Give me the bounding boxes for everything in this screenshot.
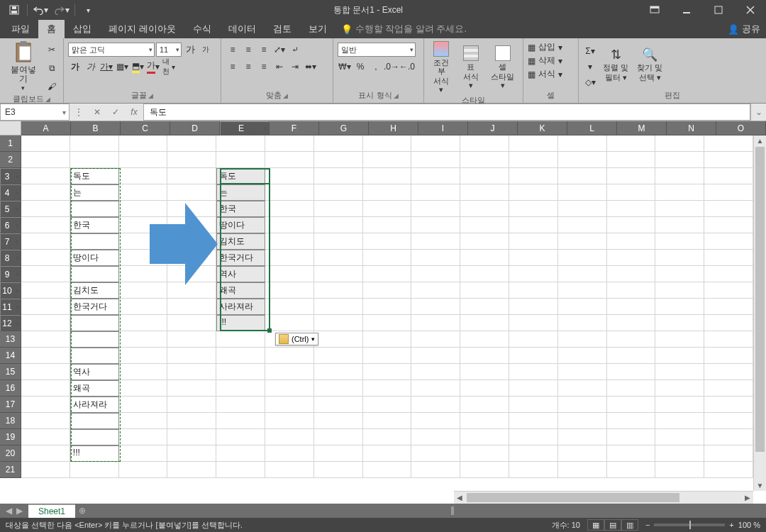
cell[interactable] <box>704 413 753 429</box>
cell[interactable] <box>704 429 753 445</box>
cell[interactable] <box>704 233 753 250</box>
cell[interactable] <box>460 462 509 478</box>
cell[interactable] <box>558 135 607 152</box>
cell[interactable] <box>21 397 70 413</box>
cell[interactable]: 는 <box>216 184 265 201</box>
cell[interactable] <box>704 445 753 462</box>
cell[interactable] <box>21 462 70 478</box>
cell[interactable] <box>655 462 704 478</box>
cell[interactable] <box>460 348 509 364</box>
expand-formula-icon[interactable]: ⌄ <box>750 104 766 121</box>
cell[interactable] <box>607 445 656 462</box>
row-header-10[interactable]: 10 <box>0 282 21 299</box>
cell[interactable] <box>21 315 70 331</box>
cell[interactable] <box>411 413 460 429</box>
cell[interactable] <box>363 429 412 445</box>
cell[interactable] <box>216 462 265 478</box>
row-header-3[interactable]: 3 <box>0 168 21 184</box>
cell[interactable] <box>607 462 656 478</box>
cell[interactable] <box>607 250 656 266</box>
cell[interactable] <box>265 233 314 250</box>
cell[interactable] <box>216 364 265 380</box>
tab-review[interactable]: 검토 <box>265 20 300 38</box>
cell[interactable] <box>21 217 70 233</box>
cell[interactable] <box>558 380 607 397</box>
cell[interactable] <box>21 250 70 266</box>
copy-icon[interactable]: ⧉ <box>45 61 59 75</box>
cell[interactable] <box>655 315 704 331</box>
sheet-nav-next-icon[interactable]: ▶ <box>16 506 23 516</box>
cell[interactable] <box>704 462 753 478</box>
cell[interactable] <box>509 299 558 315</box>
cell[interactable] <box>363 152 412 168</box>
cell[interactable] <box>509 315 558 331</box>
cell[interactable] <box>70 135 119 152</box>
cell[interactable]: 땅이다 <box>216 217 265 233</box>
cell[interactable]: 사라져라 <box>216 299 265 315</box>
vertical-scrollbar[interactable]: ▲▼ <box>753 135 766 491</box>
cell[interactable] <box>558 266 607 282</box>
cell[interactable] <box>411 282 460 299</box>
cell[interactable] <box>167 299 216 315</box>
close-button[interactable] <box>734 0 766 20</box>
cell[interactable] <box>509 168 558 184</box>
cell[interactable] <box>363 397 412 413</box>
cell[interactable] <box>655 413 704 429</box>
cell[interactable] <box>558 462 607 478</box>
cell[interactable] <box>460 299 509 315</box>
cell[interactable] <box>411 250 460 266</box>
namebox-split-icon[interactable]: ⋮ <box>70 107 88 117</box>
cell[interactable] <box>411 201 460 217</box>
cell[interactable] <box>558 413 607 429</box>
cell[interactable] <box>558 315 607 331</box>
cell[interactable] <box>607 429 656 445</box>
cell[interactable] <box>607 184 656 201</box>
col-header-D[interactable]: D <box>170 121 220 135</box>
tab-home[interactable]: 홈 <box>38 20 65 38</box>
col-header-K[interactable]: K <box>518 121 567 135</box>
cell[interactable] <box>655 184 704 201</box>
cell[interactable] <box>655 331 704 348</box>
column-headers[interactable]: ABCDEFGHIJKLMNO <box>21 121 766 135</box>
cell[interactable] <box>655 135 704 152</box>
cell[interactable] <box>314 364 363 380</box>
borders-icon[interactable]: ▦▾ <box>115 60 129 74</box>
cell[interactable] <box>558 445 607 462</box>
row-header-18[interactable]: 18 <box>0 413 21 429</box>
cell[interactable] <box>460 364 509 380</box>
cell[interactable] <box>119 462 168 478</box>
cell[interactable] <box>70 201 119 217</box>
cell[interactable] <box>265 445 314 462</box>
underline-button[interactable]: 가▾ <box>99 60 113 74</box>
cell[interactable]: !!! <box>70 445 119 462</box>
tab-file[interactable]: 파일 <box>3 20 38 38</box>
cell[interactable] <box>216 348 265 364</box>
cell[interactable] <box>509 233 558 250</box>
cell[interactable] <box>216 135 265 152</box>
cell[interactable] <box>509 331 558 348</box>
tell-me[interactable]: 💡수행할 작업을 알려 주세요. <box>341 20 467 38</box>
cell[interactable] <box>655 445 704 462</box>
cell[interactable] <box>607 135 656 152</box>
align-right-icon[interactable]: ≡ <box>257 60 271 74</box>
cell[interactable]: 사라져라 <box>70 397 119 413</box>
tab-formulas[interactable]: 수식 <box>184 20 220 38</box>
font-size-select[interactable]: 11 <box>156 43 182 57</box>
cell[interactable]: 한국거다 <box>70 299 119 315</box>
cell[interactable] <box>411 380 460 397</box>
cell[interactable] <box>607 217 656 233</box>
cell[interactable] <box>119 184 168 201</box>
merge-icon[interactable]: ⬌▾ <box>304 60 318 74</box>
dialog-launcher-icon[interactable]: ◢ <box>148 92 153 99</box>
cell[interactable] <box>460 184 509 201</box>
cell[interactable] <box>607 201 656 217</box>
dialog-launcher-icon[interactable]: ◢ <box>394 92 399 99</box>
cell[interactable] <box>558 168 607 184</box>
currency-icon[interactable]: ₩▾ <box>338 60 352 74</box>
cell[interactable] <box>21 282 70 299</box>
cell[interactable] <box>21 184 70 201</box>
cell[interactable] <box>363 380 412 397</box>
col-header-E[interactable]: E <box>220 121 270 135</box>
tab-data[interactable]: 데이터 <box>220 20 265 38</box>
cell[interactable] <box>216 152 265 168</box>
